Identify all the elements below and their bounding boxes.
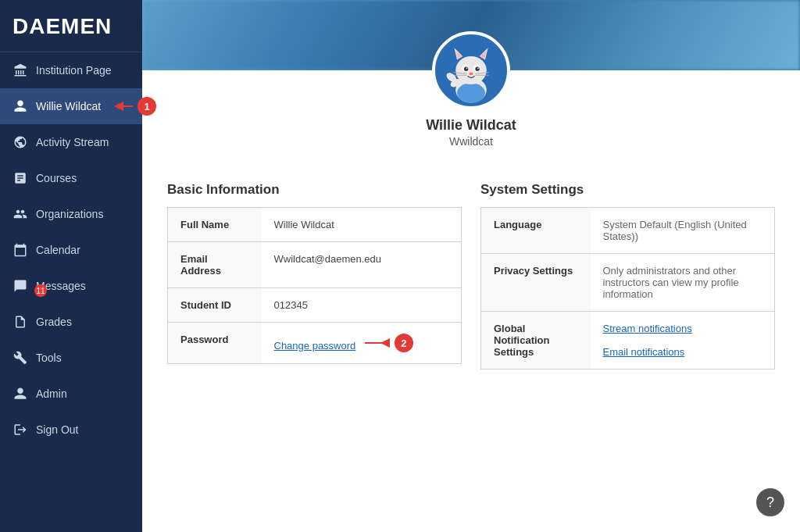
- notification-links: Stream notifications Email notifications: [591, 312, 775, 370]
- signout-icon: [12, 422, 28, 437]
- svg-point-2: [457, 83, 485, 102]
- grades-icon: [12, 314, 28, 330]
- sidebar-item-label: Organizations: [36, 208, 103, 220]
- help-label: ?: [766, 495, 774, 511]
- table-row: Full Name Willie Wildcat: [168, 208, 462, 242]
- profile-avatar-section: Willie Wildcat Wwildcat: [142, 31, 800, 163]
- messages-badge: 11: [34, 284, 47, 297]
- sidebar-item-willie-wildcat[interactable]: Willie Wildcat 1: [0, 88, 142, 124]
- sidebar-item-label: Tools: [36, 352, 62, 364]
- sidebar-item-admin[interactable]: Admin: [0, 376, 142, 412]
- stream-notifications-link[interactable]: Stream notifications: [603, 323, 692, 334]
- sidebar-item-label: Sign Out: [36, 423, 78, 436]
- annotation-1: 1: [138, 97, 156, 116]
- email-notifications-link[interactable]: Email notifications: [603, 346, 685, 358]
- field-label: Email Address: [168, 242, 262, 288]
- table-row: Password Change password: [168, 323, 462, 364]
- tools-icon: [12, 350, 28, 366]
- field-value: System Default (English (United States)): [591, 208, 775, 254]
- sidebar-item-label: Activity Stream: [36, 136, 109, 148]
- main-content: Willie Wildcat Wwildcat Basic Informatio…: [142, 0, 800, 532]
- courses-icon: [12, 170, 28, 186]
- sidebar-item-grades[interactable]: Grades: [0, 304, 142, 340]
- admin-icon: [12, 386, 28, 402]
- table-row: Privacy Settings Only administrators and…: [481, 254, 775, 312]
- sidebar-item-label: Grades: [36, 316, 72, 328]
- field-label: Privacy Settings: [481, 254, 591, 312]
- sidebar-item-label: Calendar: [36, 244, 80, 256]
- sidebar-item-institution-page[interactable]: Institution Page: [0, 52, 142, 88]
- sidebar-item-activity-stream[interactable]: Activity Stream: [0, 124, 142, 160]
- sidebar-item-label: Institution Page: [36, 64, 112, 77]
- table-row: Email Address Wwildcat@daemen.edu: [168, 242, 462, 288]
- messages-icon: 11: [12, 278, 28, 294]
- basic-info-title: Basic Information: [167, 182, 462, 198]
- svg-point-13: [477, 67, 479, 69]
- field-label: Language: [481, 208, 591, 254]
- change-password-link[interactable]: Change password: [274, 340, 356, 352]
- sidebar-item-label: Courses: [36, 172, 77, 184]
- sidebar-item-label: Admin: [36, 387, 67, 400]
- field-label: Full Name: [168, 208, 262, 242]
- sidebar-item-messages[interactable]: 11 Messages: [0, 268, 142, 304]
- basic-info-section: Basic Information Full Name Willie Wildc…: [167, 182, 462, 370]
- field-label: Password: [168, 323, 262, 364]
- system-settings-title: System Settings: [480, 182, 775, 198]
- orgs-icon: [12, 206, 28, 222]
- profile-name: Willie Wildcat: [426, 117, 516, 134]
- field-value: 012345: [262, 288, 462, 323]
- password-field-value: Change password 2: [262, 323, 462, 364]
- system-settings-section: System Settings Language System Default …: [480, 182, 775, 370]
- table-row: Global Notification Settings Stream noti…: [481, 312, 775, 370]
- svg-point-12: [466, 67, 468, 69]
- globe-icon: [12, 134, 28, 150]
- info-sections: Basic Information Full Name Willie Wildc…: [142, 163, 800, 388]
- field-value: Only administrators and other instructor…: [591, 254, 775, 312]
- sidebar-item-label: Willie Wildcat: [36, 100, 101, 112]
- profile-username: Wwildcat: [449, 135, 493, 148]
- field-label: Global Notification Settings: [481, 312, 591, 370]
- avatar: [432, 31, 510, 109]
- svg-point-14: [469, 73, 473, 76]
- basic-info-table: Full Name Willie Wildcat Email Address W…: [167, 207, 462, 364]
- sidebar-item-organizations[interactable]: Organizations: [0, 196, 142, 232]
- sidebar-item-courses[interactable]: Courses: [0, 160, 142, 196]
- field-value: Willie Wildcat: [262, 208, 462, 242]
- sidebar-item-calendar[interactable]: Calendar: [0, 232, 142, 268]
- sidebar-logo: DAEMEN: [0, 0, 142, 52]
- sidebar-item-tools[interactable]: Tools: [0, 340, 142, 376]
- field-value: Wwildcat@daemen.edu: [262, 242, 462, 288]
- person-icon: [12, 98, 28, 114]
- svg-point-11: [475, 67, 479, 71]
- field-label: Student ID: [168, 288, 262, 323]
- sidebar: DAEMEN Institution Page Willie Wildcat: [0, 0, 142, 532]
- institution-icon: [12, 62, 28, 78]
- help-button[interactable]: ?: [756, 488, 784, 516]
- system-settings-table: Language System Default (English (United…: [480, 207, 775, 370]
- svg-point-10: [464, 67, 468, 71]
- calendar-icon: [12, 242, 28, 258]
- table-row: Student ID 012345: [168, 288, 462, 323]
- sidebar-item-sign-out[interactable]: Sign Out: [0, 412, 142, 448]
- table-row: Language System Default (English (United…: [481, 208, 775, 254]
- annotation-2: 2: [395, 334, 413, 352]
